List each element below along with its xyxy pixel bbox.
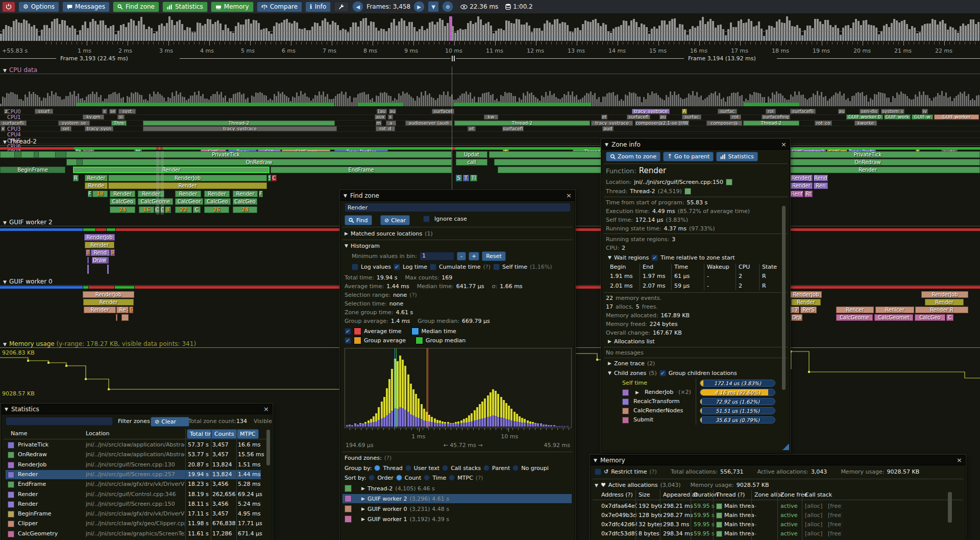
table-row[interactable]: Clipperjni/../jni/src/claw/gfx/geo/Clipp… xyxy=(2,520,271,529)
expand-icon[interactable]: ▶ xyxy=(361,486,365,491)
timeline-zone[interactable]: 5 xyxy=(129,307,133,313)
timeline-zone[interactable]: call xyxy=(456,159,487,166)
close-icon[interactable]: × xyxy=(566,192,572,199)
go-to-parent-button[interactable]: ↑Go to parent xyxy=(663,152,714,161)
cpu-zone[interactable]: s xyxy=(388,114,393,120)
cpu-zone[interactable]: GUIF-w xyxy=(912,114,933,120)
cpu-zone[interactable]: se xyxy=(109,109,116,114)
timeline-zone[interactable]: 24 xyxy=(110,206,135,213)
cpu-data-header[interactable]: ▼CPU data xyxy=(3,66,258,73)
cpu-zone[interactable]: rol xyxy=(766,109,776,114)
child-time-bar[interactable]: 72.92 us (1.62%) xyxy=(700,398,775,405)
timeline-zone[interactable]: 18 xyxy=(92,191,108,197)
cpu-zone[interactable]: si xyxy=(117,114,125,120)
min-bin-input[interactable]: 1 xyxy=(420,252,454,261)
memory-titlebar[interactable]: ▼Memory× xyxy=(591,455,965,465)
cpu-zone[interactable]: system_s xyxy=(881,109,904,114)
thread-header-guif-worker-2[interactable]: ▼GUIF worker 2 xyxy=(3,219,258,225)
child-zone-row[interactable]: Submit35.63 us (0.79%) xyxy=(602,416,780,424)
timeline-zone[interactable]: OnRedraw xyxy=(66,159,452,166)
sort-by-mtpc[interactable] xyxy=(449,475,455,481)
cpu-zone[interactable]: kworke xyxy=(854,121,877,126)
cpu-zone[interactable]: GUIF work xyxy=(884,114,911,120)
timeline-zone[interactable]: CalcGeo xyxy=(110,198,136,205)
timeline-zone[interactable]: RenderJ xyxy=(790,175,813,181)
table-row[interactable]: RenderJobjni/../jni/src/guif/Screen.cpp:… xyxy=(2,461,271,471)
cpu-zone[interactable]: iv xyxy=(922,109,928,114)
decrement-button[interactable]: - xyxy=(457,252,466,261)
cpu-zone[interactable]: tracy_systrace xyxy=(143,126,337,131)
child-zone-row[interactable]: CalcRenderNodes51.51 us (1.15%) xyxy=(602,407,780,415)
collapse-icon[interactable]: ▼ xyxy=(345,243,348,248)
expand-icon[interactable]: ▶ xyxy=(345,231,348,236)
timeline-zone[interactable]: Render xyxy=(175,191,201,197)
timeline-zone[interactable]: Rencer xyxy=(836,307,874,313)
filter-input[interactable] xyxy=(6,417,113,426)
timeline-zone[interactable]: Rend xyxy=(91,249,110,256)
timeline-zone[interactable]: Renf xyxy=(790,191,803,197)
collapse-icon[interactable]: ▼ xyxy=(3,68,7,73)
sort-by-time[interactable] xyxy=(424,475,430,481)
timeline-zone[interactable]: 22 xyxy=(175,206,192,213)
cumulate-time-checkbox[interactable] xyxy=(430,264,436,270)
cpu-zone[interactable]: audioserver (audi xyxy=(405,121,452,126)
cpu-zone[interactable]: GUIF worker xyxy=(934,114,979,120)
child-time-bar[interactable]: 4.16 ms (92.60%) xyxy=(700,389,775,396)
toolbar-button-options[interactable]: ⚙Options xyxy=(18,2,59,12)
timeline-zone[interactable]: 26 xyxy=(204,206,229,213)
table-row[interactable]: Renderjni/../jni/src/guif/Control.cpp:34… xyxy=(2,491,271,500)
timeline-zone[interactable]: Render R xyxy=(915,307,968,313)
wait-regions-row[interactable]: ▼Wait regions✔Time relative to zone star… xyxy=(608,254,787,261)
cpu-zone[interactable]: tracy_sysn xyxy=(85,126,113,131)
timeline-zone[interactable]: Render xyxy=(84,307,116,313)
active-allocations-row[interactable]: ▼♥Active allocations(3,043)Memory usage:… xyxy=(595,481,962,489)
prev-frame-button[interactable]: ◀ xyxy=(352,1,363,12)
timeline-zone[interactable]: CalcGeo xyxy=(915,314,945,321)
zone-group-row[interactable]: ▶GUIF worker 0(3,231) 4.48 s xyxy=(345,505,572,512)
timeline-zone[interactable]: Render xyxy=(233,191,258,197)
reset-button[interactable]: Reset xyxy=(482,251,506,261)
allocation-row[interactable]: 0x7dfc42d64032 bytes298.3 ms59.95 sMain … xyxy=(591,521,954,529)
cpu-zone[interactable]: x xyxy=(1,126,5,131)
resize-grip[interactable] xyxy=(782,443,789,450)
wait-table-row[interactable]: 1.91 ms1.97 ms61 µs-2R xyxy=(602,273,780,280)
cpu-zone[interactable]: aux xyxy=(375,114,386,120)
cpu-zone[interactable]: tracy_systrace xyxy=(591,121,633,126)
sort-by-count[interactable] xyxy=(396,475,402,481)
zone-trace-row[interactable]: ▶Zone trace(2) xyxy=(608,360,787,367)
timeline-zone[interactable]: PrivateTick xyxy=(0,151,452,158)
timeline-zone[interactable]: CalcGeome xyxy=(836,314,873,321)
legend-checkbox[interactable]: ✔ xyxy=(345,328,351,335)
cpu-zone[interactable]: et xyxy=(468,126,476,131)
timeline-zone[interactable]: RerS xyxy=(800,307,817,313)
table-row[interactable]: CalcGeometryjni/../jni/src/claw/graphics… xyxy=(2,530,271,539)
restrict-time-checkbox[interactable] xyxy=(595,468,601,475)
cpu-zone[interactable]: Thre xyxy=(111,121,127,126)
child-zone-row[interactable]: ▶RenderJob(×2)4.16 ms (92.60%) xyxy=(602,388,780,396)
cpu-zone[interactable]: z xyxy=(4,109,8,114)
expand-icon[interactable]: ▶ xyxy=(361,496,365,501)
timeline-zone[interactable]: Rt xyxy=(804,191,813,197)
timeline-zone[interactable] xyxy=(34,151,39,158)
log-values-checkbox[interactable] xyxy=(352,264,358,270)
child-zone-row[interactable]: Self time172.14 us (3.83%) xyxy=(602,379,780,387)
cpu-zone[interactable]: Thread-2 xyxy=(143,121,335,126)
cpu-zone[interactable]: surfacefli xyxy=(790,109,816,114)
jump-button[interactable]: ▼ xyxy=(428,1,439,12)
expand-icon[interactable]: ▶ xyxy=(361,516,365,522)
matched-locations-row[interactable]: ▶Matched source locations(1) xyxy=(345,230,569,237)
toolbar-button-compare[interactable]: Compare xyxy=(257,2,302,12)
group-by-thread[interactable] xyxy=(374,465,380,471)
timeline-zone[interactable]: S xyxy=(268,175,271,181)
timeline-zone[interactable] xyxy=(121,314,129,321)
zone-group-row[interactable]: ▶Thread-2(4,105) 6.46 s xyxy=(345,485,572,492)
expand-icon[interactable]: ▶ xyxy=(608,361,611,366)
cpu-zone[interactable]: rot xyxy=(730,114,741,120)
relative-time-checkbox[interactable]: ✔ xyxy=(651,254,658,261)
close-icon[interactable]: × xyxy=(263,405,269,413)
crosshair-button[interactable]: ⊕ xyxy=(442,1,453,12)
timeline-zone[interactable]: Render xyxy=(85,242,114,248)
toolbar-button-messages[interactable]: Messages xyxy=(62,2,110,12)
cpu-zone[interactable]: system_se xyxy=(58,121,90,126)
timeline-zone[interactable]: Ren xyxy=(814,182,828,189)
